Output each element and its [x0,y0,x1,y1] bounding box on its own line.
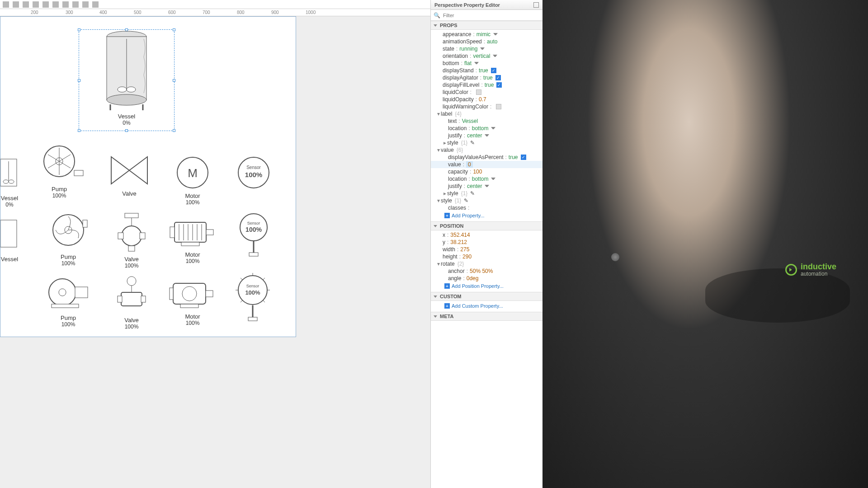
vessel-icon[interactable] [0,157,19,193]
prop-anchor[interactable]: 50% 50% [470,268,493,274]
valve-icon[interactable] [116,211,147,254]
style-icon[interactable]: ✎ [470,190,475,197]
prop-label-text[interactable]: Vessel [462,118,478,124]
prop-displaystand[interactable]: true [479,67,488,74]
chevron-down-icon[interactable] [485,134,489,137]
expand-icon[interactable]: ▸ [443,190,447,197]
valve-icon[interactable] [107,152,152,188]
tool-icon[interactable] [33,1,39,8]
prop-value-location[interactable]: bottom [472,176,489,182]
pump-icon[interactable] [43,274,93,313]
collapse-icon[interactable]: ▾ [436,147,441,153]
tool-icon[interactable] [23,1,29,8]
resize-handle[interactable] [125,129,128,132]
sensor-icon[interactable]: Sensor100% [236,211,272,261]
svg-point-2 [107,94,146,105]
checkbox-icon[interactable]: ✓ [495,75,501,80]
prop-rotate-header[interactable]: rotate [441,261,455,267]
plus-icon: + [444,303,450,309]
motor-icon[interactable] [168,275,217,311]
prop-root-style[interactable]: style [441,197,452,204]
checkbox-icon[interactable]: ✓ [491,68,496,73]
add-position-property-button[interactable]: +Add Position Property... [431,282,542,290]
prop-label-header[interactable]: label [441,111,452,117]
chevron-down-icon[interactable] [491,178,495,180]
pump-icon[interactable] [34,143,84,184]
prop-capacity[interactable]: 100 [473,169,482,175]
prop-state[interactable]: running [459,46,477,52]
pump-icon[interactable] [46,211,91,252]
prop-displayagitator[interactable]: true [483,75,493,81]
add-custom-property-button[interactable]: +Add Custom Property... [431,302,542,310]
prop-label-location[interactable]: bottom [472,125,489,131]
filter-input[interactable] [443,13,540,18]
style-icon[interactable]: ✎ [464,197,468,204]
collapse-icon[interactable]: ▾ [436,111,441,117]
checkbox-icon[interactable]: ✓ [521,155,526,160]
motor-icon[interactable] [168,213,217,249]
sensor-icon[interactable]: Sensor100% [236,155,272,191]
checkbox-icon[interactable]: ✓ [496,82,502,88]
prop-x[interactable]: 352.414 [450,232,470,238]
tool-icon[interactable] [82,1,89,8]
chevron-down-icon[interactable] [493,33,498,36]
section-position[interactable]: POSITION [431,221,542,230]
plus-icon: + [444,283,450,289]
prop-orientation[interactable]: vertical [473,53,490,59]
main-toolbar[interactable] [0,0,430,9]
selection-box[interactable]: Vessel 0% [79,29,175,131]
collapse-icon[interactable]: ▾ [436,197,441,204]
prop-value-justify[interactable]: center [467,183,482,189]
caret-down-icon [434,24,437,27]
prop-dvap[interactable]: true [509,154,518,160]
svg-point-4 [118,87,127,92]
prop-angle[interactable]: 0deg [467,275,479,282]
section-props[interactable]: PROPS [431,21,542,30]
prop-appearance[interactable]: mimic [476,31,491,38]
prop-animationspeed[interactable]: auto [487,38,497,45]
tool-icon[interactable] [13,1,19,8]
tool-icon[interactable] [62,1,69,8]
section-custom[interactable]: CUSTOM [431,292,542,301]
chevron-down-icon[interactable] [493,55,497,57]
prop-label-justify[interactable]: center [467,132,482,139]
expand-icon[interactable]: ▸ [443,140,447,146]
prop-value-value[interactable]: 0 [466,161,473,168]
prop-liquidopacity[interactable]: 0.7 [479,96,486,103]
style-icon[interactable]: ✎ [470,140,475,146]
motor-icon[interactable]: M [175,155,211,191]
prop-width[interactable]: 275 [460,246,469,253]
maximize-icon[interactable] [533,2,539,8]
section-meta[interactable]: META [431,312,542,321]
prop-height[interactable]: 290 [462,253,472,260]
vessel-value: 0% [123,120,130,126]
collapse-icon[interactable]: ▾ [436,261,441,267]
vessel-icon[interactable] [0,218,19,254]
tool-icon[interactable] [92,1,99,8]
color-swatch[interactable] [476,89,481,95]
prop-style-header[interactable]: style [447,140,458,146]
resize-handle[interactable] [78,129,80,132]
prop-style-header[interactable]: style [447,190,458,197]
prop-value-header[interactable]: value [441,147,454,153]
tool-icon[interactable] [72,1,79,8]
prop-y[interactable]: 38.212 [450,239,467,245]
color-swatch[interactable] [496,104,501,109]
chevron-down-icon[interactable] [474,62,479,65]
valve-label: Valve [124,317,139,324]
valve-value: 100% [125,263,139,269]
chevron-down-icon[interactable] [491,127,495,130]
chevron-down-icon[interactable] [485,185,489,188]
tool-icon[interactable] [42,1,49,8]
resize-handle[interactable] [173,129,175,132]
valve-icon[interactable] [116,274,147,315]
vessel-icon[interactable] [99,30,154,111]
tool-icon[interactable] [52,1,59,8]
prop-bottom[interactable]: flat [464,60,472,66]
tool-icon[interactable] [3,1,9,8]
add-property-button[interactable]: +Add Property... [431,211,542,220]
design-canvas[interactable]: Vessel 0% Vessel 0% Vessel [0,16,296,337]
chevron-down-icon[interactable] [480,47,485,50]
sensor-icon[interactable]: Sensor100% [232,272,273,326]
prop-displayfilllevel[interactable]: true [485,82,494,88]
